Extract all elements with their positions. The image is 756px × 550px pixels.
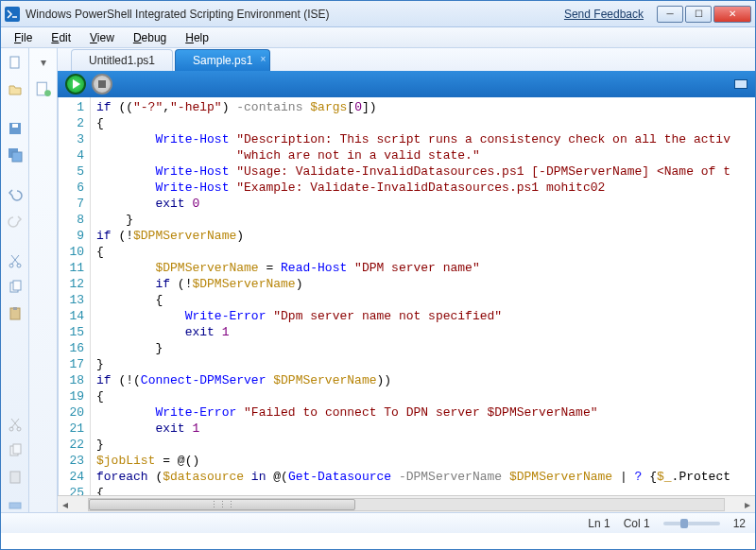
tabstrip: Untitled1.ps1 Sample.ps1× xyxy=(58,48,755,71)
tab-sample[interactable]: Sample.ps1× xyxy=(175,49,270,71)
scrollbar-thumb[interactable]: ⋮⋮⋮ xyxy=(89,499,355,510)
copy-icon[interactable] xyxy=(7,279,24,296)
close-button[interactable]: ✕ xyxy=(713,6,751,23)
tab-untitled[interactable]: Untitled1.ps1 xyxy=(71,49,173,71)
svg-rect-1 xyxy=(10,57,19,68)
paste-icon[interactable] xyxy=(7,305,24,322)
cursor-line: Ln 1 xyxy=(588,517,610,530)
scroll-right-icon[interactable]: ▸ xyxy=(740,497,755,512)
chevron-down-icon[interactable]: ▾ xyxy=(35,54,52,71)
svg-rect-16 xyxy=(10,472,20,483)
statusbar: Ln 1 Col 1 12 xyxy=(1,512,755,533)
copy-icon-2[interactable] xyxy=(7,442,24,459)
window-title: Windows PowerShell Integrated Scripting … xyxy=(26,8,329,21)
save-all-icon[interactable] xyxy=(7,146,24,163)
horizontal-scrollbar[interactable]: ◂ ⋮⋮⋮ ▸ xyxy=(58,495,755,512)
menu-debug[interactable]: Debug xyxy=(126,29,174,46)
menu-view[interactable]: View xyxy=(82,29,122,46)
menu-file[interactable]: File xyxy=(7,29,40,46)
save-icon[interactable] xyxy=(7,120,24,137)
run-button[interactable] xyxy=(65,74,86,95)
left-toolbar xyxy=(1,48,29,512)
undo-icon[interactable] xyxy=(7,186,24,203)
cut-icon-2[interactable] xyxy=(7,416,24,433)
cut-icon[interactable] xyxy=(7,252,24,269)
send-feedback-link[interactable]: Send Feedback xyxy=(564,8,644,21)
redo-icon[interactable] xyxy=(7,213,24,230)
scroll-left-icon[interactable]: ◂ xyxy=(58,497,73,512)
new-icon[interactable] xyxy=(7,54,24,71)
menu-help[interactable]: Help xyxy=(178,29,216,46)
clear-icon[interactable] xyxy=(7,495,24,512)
line-gutter: 1234567891011121314151617181920212223242… xyxy=(59,97,91,495)
svg-rect-9 xyxy=(13,281,21,290)
svg-point-19 xyxy=(44,90,51,96)
menubar: File Edit View Debug Help xyxy=(1,27,755,48)
script-toolbar: ▾ xyxy=(29,48,58,512)
maximize-button[interactable]: ☐ xyxy=(685,6,712,23)
code-editor[interactable]: 1234567891011121314151617181920212223242… xyxy=(58,97,755,495)
svg-rect-11 xyxy=(13,307,17,310)
powershell-icon xyxy=(5,7,20,22)
zoom-slider[interactable] xyxy=(663,522,720,525)
svg-rect-5 xyxy=(12,152,22,162)
svg-rect-15 xyxy=(13,444,21,454)
zoom-control[interactable] xyxy=(663,522,720,525)
run-script-icon[interactable] xyxy=(35,80,52,97)
code-content[interactable]: if (("-?","-help") -contains $args[0]){ … xyxy=(91,97,755,495)
minimize-button[interactable]: ─ xyxy=(657,6,683,23)
paste-icon-2[interactable] xyxy=(7,469,24,486)
stop-button[interactable] xyxy=(92,74,112,95)
svg-rect-17 xyxy=(9,503,21,508)
titlebar: Windows PowerShell Integrated Scripting … xyxy=(1,1,755,27)
zoom-value: 12 xyxy=(733,517,746,530)
tab-close-icon[interactable]: × xyxy=(261,54,266,64)
editor-toolbar xyxy=(58,71,755,97)
pane-toggle-icon[interactable] xyxy=(734,79,747,89)
menu-edit[interactable]: Edit xyxy=(43,29,78,46)
cursor-col: Col 1 xyxy=(624,517,650,530)
svg-rect-3 xyxy=(12,124,18,128)
open-icon[interactable] xyxy=(7,80,24,97)
